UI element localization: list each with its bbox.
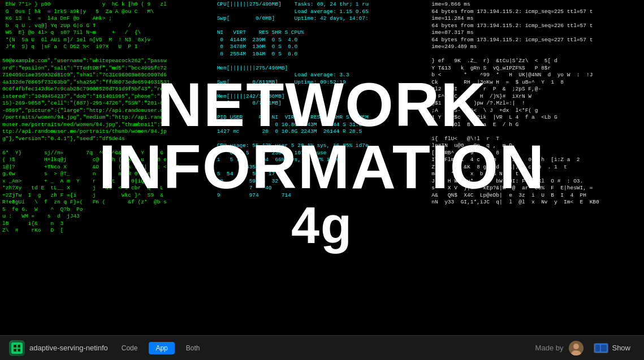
app-icon <box>9 340 25 356</box>
tab-code-button[interactable]: Code <box>115 342 145 354</box>
app-name-label: adaptive-serving-netinfo <box>29 344 108 352</box>
terminal-col-1: EhW 7*1> } p00 y hC k [h0 ( 9 zl G 0us [… <box>0 0 215 333</box>
avatar-image <box>569 341 584 355</box>
show-icon <box>594 343 608 353</box>
svg-rect-9 <box>601 345 607 352</box>
terminal-col-2: CPU[||||||275/490MB] Tasks: 60, 24 thr; … <box>215 0 430 333</box>
bottom-toolbar: adaptive-serving-netinfo Code App Both M… <box>0 335 644 360</box>
svg-rect-8 <box>595 345 600 352</box>
show-button[interactable]: Show <box>589 341 635 355</box>
terminal-col-3: ime=9.866 ms 64 bytes from 173.194.115.2… <box>429 0 644 333</box>
terminal-background: EhW 7*1> } p00 y hC k [h0 ( 9 zl G 0us [… <box>0 0 644 360</box>
svg-rect-3 <box>18 349 20 352</box>
svg-rect-1 <box>18 345 20 348</box>
terminal-columns: EhW 7*1> } p00 y hC k [h0 ( 9 zl G 0us [… <box>0 0 644 333</box>
svg-point-5 <box>573 344 579 349</box>
made-by-label: Made by <box>535 344 564 352</box>
tab-both-button[interactable]: Both <box>179 342 207 354</box>
avatar <box>569 341 584 355</box>
tab-app-button[interactable]: App <box>149 342 174 354</box>
toolbar-right: Made by Show <box>535 341 635 355</box>
show-label: Show <box>612 344 630 352</box>
app-icon-inner <box>11 342 23 354</box>
toolbar-left: adaptive-serving-netinfo Code App Both <box>9 340 206 356</box>
app-icon-svg <box>13 344 21 352</box>
show-icon-svg <box>594 343 608 353</box>
svg-rect-0 <box>14 345 16 348</box>
svg-rect-2 <box>14 349 16 352</box>
